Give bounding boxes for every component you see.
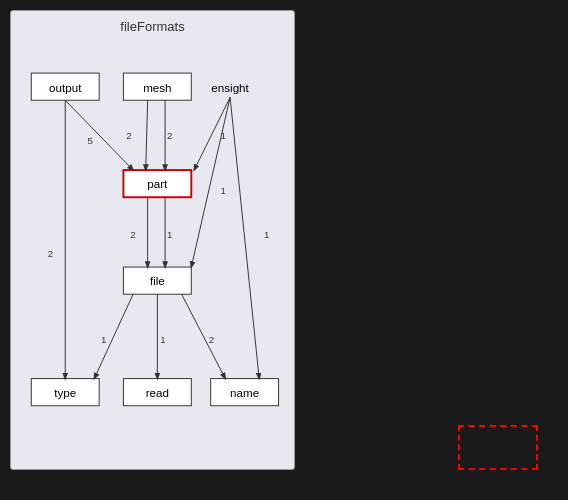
svg-line-18 [230, 97, 259, 378]
edge-output-type-label: 2 [48, 248, 53, 259]
read-node-label: read [146, 386, 169, 399]
edge-mesh-part2-label: 2 [167, 130, 172, 141]
name-node-label: name [230, 386, 259, 399]
svg-line-7 [65, 100, 133, 170]
file-node-label: file [150, 274, 165, 287]
edge-part-file1-label: 2 [130, 229, 135, 240]
type-node-label: type [54, 386, 76, 399]
edge-file-name-label: 2 [209, 334, 214, 345]
edge-ensight-name-label: 1 [264, 229, 269, 240]
diagram-title: fileFormats [19, 19, 286, 34]
edge-ensight-file-label: 1 [220, 185, 225, 196]
main-container: fileFormats output mesh ensight part fil… [0, 0, 568, 500]
red-dashed-box [458, 425, 538, 470]
svg-line-17 [182, 294, 226, 378]
part-node-label: part [147, 177, 168, 190]
svg-line-8 [146, 100, 148, 170]
edge-file-read-label: 1 [160, 334, 165, 345]
edge-output-part-label: 5 [88, 135, 93, 146]
mesh-node-label: mesh [143, 81, 171, 94]
svg-line-13 [191, 97, 230, 267]
ensight-label: ensight [211, 81, 249, 94]
diagram-area: fileFormats output mesh ensight part fil… [10, 10, 295, 470]
edge-file-type-label: 1 [101, 334, 106, 345]
diagram-svg: output mesh ensight part file type read … [19, 44, 286, 461]
edge-part-file2-label: 1 [167, 229, 172, 240]
output-node-label: output [49, 81, 82, 94]
edge-mesh-part1-label: 2 [126, 130, 131, 141]
